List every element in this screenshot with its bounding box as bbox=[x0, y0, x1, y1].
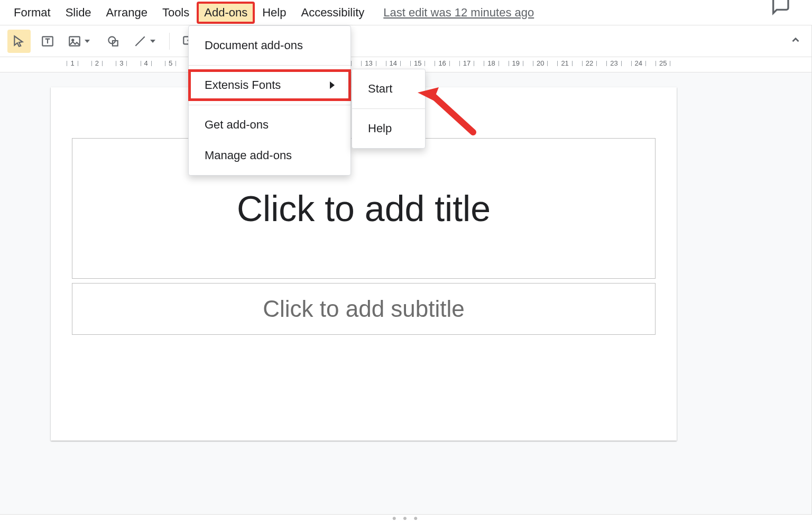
ruler-tick: 14 bbox=[386, 59, 401, 67]
toolbar: me Transition bbox=[0, 25, 812, 57]
ruler-tick: 20 bbox=[533, 59, 548, 67]
ruler-tick: 24 bbox=[631, 59, 646, 67]
menu-label: Get add-ons bbox=[205, 118, 269, 132]
ruler-tick: 15 bbox=[410, 59, 425, 67]
comment-icon[interactable] bbox=[770, 0, 791, 19]
menu-slide[interactable]: Slide bbox=[59, 3, 98, 23]
ruler-tick: 2 bbox=[91, 59, 103, 67]
extensis-help[interactable]: Help bbox=[352, 113, 425, 144]
menu-label: Extensis Fonts bbox=[205, 78, 281, 92]
collapse-toolbar-icon[interactable] bbox=[790, 34, 801, 48]
last-edit-link[interactable]: Last edit was 12 minutes ago bbox=[383, 6, 534, 20]
ruler-tick: 4 bbox=[141, 59, 152, 67]
addons-manage-addons[interactable]: Manage add-ons bbox=[189, 140, 350, 171]
svg-line-5 bbox=[135, 36, 144, 45]
addons-document-addons[interactable]: Document add-ons bbox=[189, 30, 350, 61]
ruler-tick: 18 bbox=[484, 59, 499, 67]
subtitle-placeholder[interactable]: Click to add subtitle bbox=[72, 283, 656, 335]
ruler-tick: 13 bbox=[361, 59, 376, 67]
addons-extensis-fonts[interactable]: Extensis Fonts bbox=[189, 70, 350, 100]
menu-accessibility[interactable]: Accessibility bbox=[294, 3, 371, 23]
menu-label: Help bbox=[368, 122, 392, 135]
menu-bar: Format Slide Arrange Tools Add-ons Help … bbox=[0, 0, 812, 25]
ruler-tick: 23 bbox=[606, 59, 621, 67]
horizontal-ruler: 1234567891011121314151617181920212223242… bbox=[53, 57, 812, 72]
addons-get-addons[interactable]: Get add-ons bbox=[189, 109, 350, 140]
ruler-tick: 5 bbox=[165, 59, 176, 67]
shape-tool[interactable] bbox=[102, 30, 125, 53]
menu-separator bbox=[189, 105, 350, 105]
textbox-tool[interactable] bbox=[36, 30, 59, 53]
menu-format[interactable]: Format bbox=[7, 3, 57, 23]
menu-separator bbox=[189, 65, 350, 66]
addons-dropdown: Document add-ons Extensis Fonts Get add-… bbox=[188, 25, 351, 176]
menu-arrange[interactable]: Arrange bbox=[100, 3, 154, 23]
toolbar-divider bbox=[169, 33, 170, 50]
ruler-tick: 3 bbox=[116, 59, 127, 67]
extensis-submenu: Start Help bbox=[352, 69, 426, 149]
select-tool[interactable] bbox=[7, 30, 31, 53]
ruler-tick: 17 bbox=[459, 59, 474, 67]
chevron-down-icon bbox=[150, 40, 155, 43]
menu-label: Start bbox=[368, 82, 392, 96]
submenu-arrow-icon bbox=[330, 81, 335, 89]
menu-separator bbox=[352, 108, 425, 109]
ruler-tick: 16 bbox=[435, 59, 449, 67]
ruler-tick: 21 bbox=[557, 59, 572, 67]
svg-point-2 bbox=[72, 39, 73, 41]
image-tool[interactable] bbox=[64, 30, 96, 53]
menu-tools[interactable]: Tools bbox=[156, 3, 196, 23]
menu-help[interactable]: Help bbox=[256, 3, 292, 23]
menu-label: Document add-ons bbox=[205, 39, 303, 52]
chevron-down-icon bbox=[85, 40, 90, 43]
extensis-start[interactable]: Start bbox=[352, 74, 425, 104]
ruler-tick: 25 bbox=[656, 59, 670, 67]
title-placeholder[interactable]: Click to add title bbox=[72, 138, 656, 279]
ruler-tick: 1 bbox=[67, 59, 78, 67]
menu-addons[interactable]: Add-ons bbox=[198, 3, 254, 23]
ruler-tick: 19 bbox=[509, 59, 523, 67]
bottom-drag-handle[interactable]: ● ● ● bbox=[0, 515, 812, 521]
menu-label: Manage add-ons bbox=[205, 149, 292, 162]
ruler-tick: 22 bbox=[582, 59, 597, 67]
line-tool[interactable] bbox=[130, 30, 162, 53]
